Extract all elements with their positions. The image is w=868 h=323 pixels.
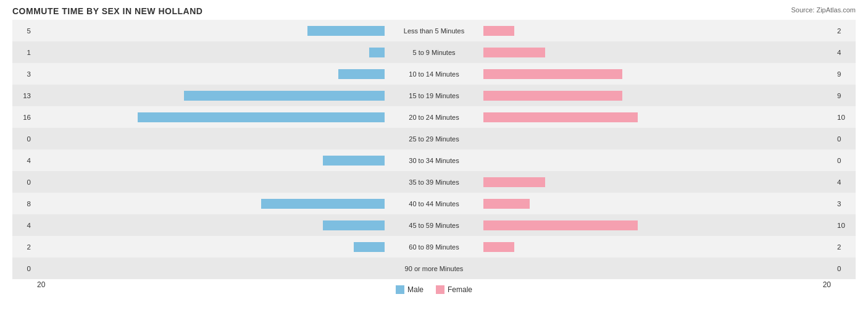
left-half xyxy=(34,128,385,149)
table-row: 5 Less than 5 Minutes 2 xyxy=(12,20,856,41)
female-bar xyxy=(483,69,622,79)
male-value: 1 xyxy=(12,49,34,56)
female-value: 4 xyxy=(834,178,856,186)
left-half xyxy=(34,63,385,85)
male-value: 13 xyxy=(12,92,34,99)
female-bar xyxy=(483,199,530,209)
axis-left-label: 20 xyxy=(37,280,45,294)
right-half xyxy=(483,106,834,128)
female-bar xyxy=(483,177,545,187)
male-value: 2 xyxy=(12,243,34,251)
row-label: 10 to 14 Minutes xyxy=(385,70,483,78)
right-half xyxy=(483,171,834,193)
female-value: 2 xyxy=(834,27,856,35)
right-half xyxy=(483,236,834,258)
male-bar xyxy=(138,112,385,122)
row-label: 5 to 9 Minutes xyxy=(385,49,483,56)
table-row: 4 30 to 34 Minutes 0 xyxy=(12,149,856,171)
row-label: 35 to 39 Minutes xyxy=(385,178,483,186)
left-half xyxy=(34,149,385,171)
row-label: 30 to 34 Minutes xyxy=(385,157,483,164)
row-label: 40 to 44 Minutes xyxy=(385,200,483,208)
left-half xyxy=(34,171,385,193)
left-half xyxy=(34,85,385,106)
female-bar xyxy=(483,220,638,230)
left-half xyxy=(34,20,385,41)
table-row: 0 90 or more Minutes 0 xyxy=(12,258,856,279)
table-row: 8 40 to 44 Minutes 3 xyxy=(12,193,856,214)
legend: Male Female xyxy=(396,285,472,294)
table-row: 0 25 to 29 Minutes 0 xyxy=(12,128,856,149)
row-label: 25 to 29 Minutes xyxy=(385,135,483,143)
female-value: 9 xyxy=(834,70,856,78)
row-label: 90 or more Minutes xyxy=(385,265,483,272)
male-value: 4 xyxy=(12,222,34,229)
row-label: Less than 5 Minutes xyxy=(385,27,483,35)
male-value: 0 xyxy=(12,265,34,272)
male-value: 8 xyxy=(12,200,34,208)
female-bar xyxy=(483,91,622,101)
female-value: 3 xyxy=(834,200,856,208)
male-bar xyxy=(184,91,385,101)
female-value: 0 xyxy=(834,135,856,143)
legend-male: Male xyxy=(396,285,424,294)
source-text: Source: ZipAtlas.com xyxy=(791,6,856,14)
female-value: 0 xyxy=(834,157,856,164)
female-value: 2 xyxy=(834,243,856,251)
right-half xyxy=(483,85,834,106)
male-value: 0 xyxy=(12,135,34,143)
female-bar xyxy=(483,26,514,36)
female-value: 10 xyxy=(834,222,856,229)
male-value: 0 xyxy=(12,178,34,186)
female-bar xyxy=(483,48,545,57)
right-half xyxy=(483,258,834,279)
chart-container: COMMUTE TIME BY SEX IN NEW HOLLAND Sourc… xyxy=(0,0,868,323)
chart-area: 5 Less than 5 Minutes 2 1 5 to 9 Minutes… xyxy=(12,20,856,279)
female-bar xyxy=(483,242,514,252)
left-half xyxy=(34,193,385,214)
row-label: 60 to 89 Minutes xyxy=(385,243,483,251)
male-bar xyxy=(338,69,385,79)
female-value: 10 xyxy=(834,114,856,121)
right-half xyxy=(483,214,834,236)
axis-right-label: 20 xyxy=(823,280,831,294)
right-half xyxy=(483,149,834,171)
row-label: 45 to 59 Minutes xyxy=(385,222,483,229)
female-bar xyxy=(483,112,638,122)
male-value: 16 xyxy=(12,114,34,121)
right-half xyxy=(483,128,834,149)
male-bar xyxy=(307,26,385,36)
table-row: 0 35 to 39 Minutes 4 xyxy=(12,171,856,193)
male-color-swatch xyxy=(396,285,404,294)
male-legend-label: Male xyxy=(407,285,424,294)
left-half xyxy=(34,258,385,279)
row-label: 20 to 24 Minutes xyxy=(385,114,483,121)
left-half xyxy=(34,41,385,63)
table-row: 1 5 to 9 Minutes 4 xyxy=(12,41,856,63)
chart-title: COMMUTE TIME BY SEX IN NEW HOLLAND xyxy=(12,6,856,16)
right-half xyxy=(483,63,834,85)
left-half xyxy=(34,106,385,128)
table-row: 13 15 to 19 Minutes 9 xyxy=(12,85,856,106)
table-row: 4 45 to 59 Minutes 10 xyxy=(12,214,856,236)
male-bar xyxy=(323,156,385,166)
male-bar xyxy=(261,199,385,209)
female-legend-label: Female xyxy=(448,285,472,294)
male-bar xyxy=(323,220,385,230)
right-half xyxy=(483,41,834,63)
row-label: 15 to 19 Minutes xyxy=(385,92,483,99)
female-value: 9 xyxy=(834,92,856,99)
male-value: 5 xyxy=(12,27,34,35)
bottom-labels: 20 Male Female 20 xyxy=(12,280,856,294)
female-value: 0 xyxy=(834,265,856,272)
female-color-swatch xyxy=(436,285,444,294)
right-half xyxy=(483,20,834,41)
male-bar xyxy=(369,48,385,57)
male-value: 4 xyxy=(12,157,34,164)
female-value: 4 xyxy=(834,49,856,56)
table-row: 2 60 to 89 Minutes 2 xyxy=(12,236,856,258)
table-row: 3 10 to 14 Minutes 9 xyxy=(12,63,856,85)
legend-female: Female xyxy=(436,285,472,294)
left-half xyxy=(34,214,385,236)
table-row: 16 20 to 24 Minutes 10 xyxy=(12,106,856,128)
